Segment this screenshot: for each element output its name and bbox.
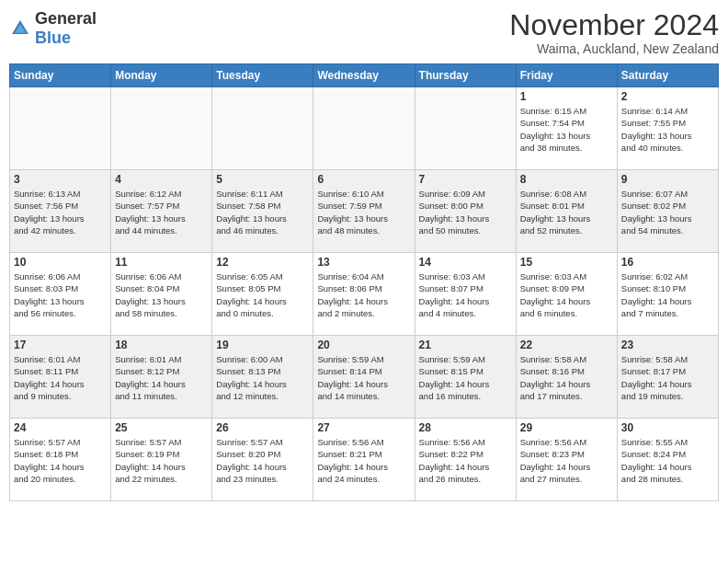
- calendar-day-cell: 13Sunrise: 6:04 AM Sunset: 8:06 PM Dayli…: [313, 253, 415, 336]
- day-number: 22: [520, 339, 613, 351]
- day-info: Sunrise: 6:12 AM Sunset: 7:57 PM Dayligh…: [115, 188, 208, 236]
- month-title: November 2024: [509, 9, 719, 41]
- weekday-header: Sunday: [10, 64, 111, 87]
- day-number: 21: [419, 339, 512, 351]
- day-number: 19: [216, 339, 309, 351]
- day-info: Sunrise: 5:57 AM Sunset: 8:20 PM Dayligh…: [216, 436, 309, 485]
- calendar-week-row: 1Sunrise: 6:15 AM Sunset: 7:54 PM Daylig…: [10, 87, 719, 170]
- calendar-day-cell: 5Sunrise: 6:11 AM Sunset: 7:58 PM Daylig…: [212, 170, 313, 253]
- calendar-day-cell: [212, 87, 313, 170]
- day-number: 15: [520, 256, 613, 269]
- logo-icon: [9, 17, 31, 40]
- day-number: 23: [621, 339, 714, 351]
- calendar-day-cell: [10, 87, 111, 170]
- calendar-day-cell: 17Sunrise: 6:01 AM Sunset: 8:11 PM Dayli…: [10, 336, 111, 419]
- day-info: Sunrise: 6:01 AM Sunset: 8:11 PM Dayligh…: [14, 353, 107, 402]
- day-number: 26: [216, 421, 309, 434]
- day-number: 8: [520, 173, 613, 186]
- calendar-day-cell: 16Sunrise: 6:02 AM Sunset: 8:10 PM Dayli…: [617, 253, 718, 336]
- calendar-day-cell: 15Sunrise: 6:03 AM Sunset: 8:09 PM Dayli…: [516, 253, 617, 336]
- calendar-day-cell: 25Sunrise: 5:57 AM Sunset: 8:19 PM Dayli…: [111, 419, 212, 501]
- weekday-header: Wednesday: [313, 64, 415, 87]
- day-info: Sunrise: 5:55 AM Sunset: 8:24 PM Dayligh…: [621, 436, 714, 485]
- day-number: 13: [317, 256, 410, 269]
- day-number: 28: [419, 421, 512, 434]
- day-number: 24: [14, 421, 107, 434]
- calendar-day-cell: 11Sunrise: 6:06 AM Sunset: 8:04 PM Dayli…: [111, 253, 212, 336]
- calendar-day-cell: 4Sunrise: 6:12 AM Sunset: 7:57 PM Daylig…: [111, 170, 212, 253]
- calendar-day-cell: 8Sunrise: 6:08 AM Sunset: 8:01 PM Daylig…: [516, 170, 617, 253]
- calendar-day-cell: [415, 87, 516, 170]
- day-info: Sunrise: 6:08 AM Sunset: 8:01 PM Dayligh…: [520, 188, 613, 236]
- calendar-day-cell: 9Sunrise: 6:07 AM Sunset: 8:02 PM Daylig…: [617, 170, 718, 253]
- day-number: 18: [115, 339, 208, 351]
- calendar-day-cell: 1Sunrise: 6:15 AM Sunset: 7:54 PM Daylig…: [516, 87, 617, 170]
- calendar-day-cell: 24Sunrise: 5:57 AM Sunset: 8:18 PM Dayli…: [10, 419, 111, 501]
- day-number: 27: [317, 421, 410, 434]
- day-number: 9: [621, 173, 714, 186]
- day-number: 29: [520, 421, 613, 434]
- day-info: Sunrise: 5:58 AM Sunset: 8:16 PM Dayligh…: [520, 353, 613, 402]
- day-info: Sunrise: 5:59 AM Sunset: 8:15 PM Dayligh…: [419, 353, 512, 402]
- day-number: 6: [317, 173, 410, 186]
- day-number: 1: [520, 90, 613, 103]
- day-info: Sunrise: 5:56 AM Sunset: 8:23 PM Dayligh…: [520, 436, 613, 485]
- day-info: Sunrise: 6:05 AM Sunset: 8:05 PM Dayligh…: [216, 270, 309, 319]
- calendar-day-cell: 12Sunrise: 6:05 AM Sunset: 8:05 PM Dayli…: [212, 253, 313, 336]
- calendar-day-cell: [313, 87, 415, 170]
- calendar-week-row: 24Sunrise: 5:57 AM Sunset: 8:18 PM Dayli…: [10, 419, 719, 501]
- page-header: General Blue November 2024 Waima, Auckla…: [9, 9, 719, 56]
- day-info: Sunrise: 6:01 AM Sunset: 8:12 PM Dayligh…: [115, 353, 208, 402]
- weekday-header: Saturday: [617, 64, 718, 87]
- logo-general: General: [35, 9, 97, 28]
- day-number: 12: [216, 256, 309, 269]
- day-info: Sunrise: 6:15 AM Sunset: 7:54 PM Dayligh…: [520, 105, 613, 154]
- day-info: Sunrise: 6:06 AM Sunset: 8:04 PM Dayligh…: [115, 270, 208, 319]
- calendar-week-row: 10Sunrise: 6:06 AM Sunset: 8:03 PM Dayli…: [10, 253, 719, 336]
- day-info: Sunrise: 5:59 AM Sunset: 8:14 PM Dayligh…: [317, 353, 410, 402]
- calendar-day-cell: 20Sunrise: 5:59 AM Sunset: 8:14 PM Dayli…: [313, 336, 415, 419]
- calendar-day-cell: 30Sunrise: 5:55 AM Sunset: 8:24 PM Dayli…: [617, 419, 718, 501]
- calendar-day-cell: 27Sunrise: 5:56 AM Sunset: 8:21 PM Dayli…: [313, 419, 415, 501]
- day-info: Sunrise: 6:11 AM Sunset: 7:58 PM Dayligh…: [216, 188, 309, 236]
- day-number: 14: [419, 256, 512, 269]
- weekday-header: Friday: [516, 64, 617, 87]
- calendar-day-cell: 18Sunrise: 6:01 AM Sunset: 8:12 PM Dayli…: [111, 336, 212, 419]
- calendar-day-cell: 2Sunrise: 6:14 AM Sunset: 7:55 PM Daylig…: [617, 87, 718, 170]
- calendar-day-cell: 7Sunrise: 6:09 AM Sunset: 8:00 PM Daylig…: [415, 170, 516, 253]
- day-info: Sunrise: 6:04 AM Sunset: 8:06 PM Dayligh…: [317, 270, 410, 319]
- day-number: 3: [14, 173, 107, 186]
- calendar-day-cell: 21Sunrise: 5:59 AM Sunset: 8:15 PM Dayli…: [415, 336, 516, 419]
- day-number: 4: [115, 173, 208, 186]
- day-info: Sunrise: 6:02 AM Sunset: 8:10 PM Dayligh…: [621, 270, 714, 319]
- calendar-day-cell: 29Sunrise: 5:56 AM Sunset: 8:23 PM Dayli…: [516, 419, 617, 501]
- calendar-day-cell: [111, 87, 212, 170]
- weekday-header: Thursday: [415, 64, 516, 87]
- weekday-header: Monday: [111, 64, 212, 87]
- calendar-week-row: 17Sunrise: 6:01 AM Sunset: 8:11 PM Dayli…: [10, 336, 719, 419]
- calendar-header-row: SundayMondayTuesdayWednesdayThursdayFrid…: [10, 64, 719, 87]
- calendar-day-cell: 6Sunrise: 6:10 AM Sunset: 7:59 PM Daylig…: [313, 170, 415, 253]
- calendar-day-cell: 28Sunrise: 5:56 AM Sunset: 8:22 PM Dayli…: [415, 419, 516, 501]
- day-number: 10: [14, 256, 107, 269]
- weekday-header: Tuesday: [212, 64, 313, 87]
- day-number: 2: [621, 90, 714, 103]
- calendar-day-cell: 14Sunrise: 6:03 AM Sunset: 8:07 PM Dayli…: [415, 253, 516, 336]
- day-number: 17: [14, 339, 107, 351]
- day-info: Sunrise: 6:03 AM Sunset: 8:09 PM Dayligh…: [520, 270, 613, 319]
- calendar-day-cell: 22Sunrise: 5:58 AM Sunset: 8:16 PM Dayli…: [516, 336, 617, 419]
- day-info: Sunrise: 6:00 AM Sunset: 8:13 PM Dayligh…: [216, 353, 309, 402]
- day-info: Sunrise: 6:10 AM Sunset: 7:59 PM Dayligh…: [317, 188, 410, 236]
- calendar-table: SundayMondayTuesdayWednesdayThursdayFrid…: [9, 63, 719, 501]
- day-number: 11: [115, 256, 208, 269]
- day-number: 16: [621, 256, 714, 269]
- day-info: Sunrise: 6:07 AM Sunset: 8:02 PM Dayligh…: [621, 188, 714, 236]
- day-info: Sunrise: 6:09 AM Sunset: 8:00 PM Dayligh…: [419, 188, 512, 236]
- day-number: 20: [317, 339, 410, 351]
- day-info: Sunrise: 5:56 AM Sunset: 8:21 PM Dayligh…: [317, 436, 410, 485]
- logo: General Blue: [9, 9, 97, 48]
- calendar-day-cell: 26Sunrise: 5:57 AM Sunset: 8:20 PM Dayli…: [212, 419, 313, 501]
- day-number: 25: [115, 421, 208, 434]
- calendar-day-cell: 19Sunrise: 6:00 AM Sunset: 8:13 PM Dayli…: [212, 336, 313, 419]
- day-info: Sunrise: 5:57 AM Sunset: 8:18 PM Dayligh…: [14, 436, 107, 485]
